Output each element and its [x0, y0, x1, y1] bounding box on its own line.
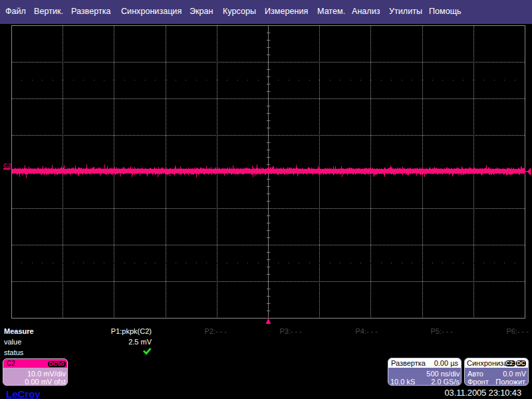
svg-text:C2: C2 [3, 162, 11, 169]
